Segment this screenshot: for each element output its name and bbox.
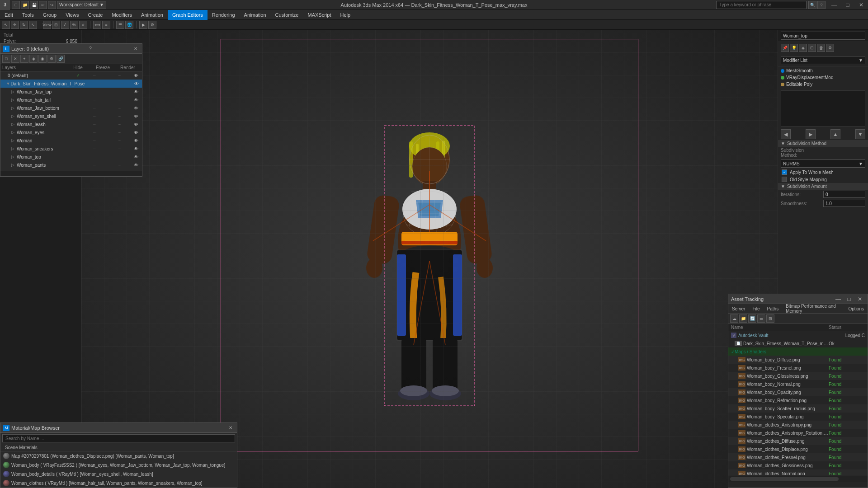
asset-tool-2[interactable]: 📁 bbox=[739, 314, 747, 323]
modifier-list-dropdown[interactable]: Modifier List ▼ bbox=[781, 56, 865, 64]
align-tool[interactable]: ≡ bbox=[102, 21, 110, 29]
menu-customize[interactable]: Customize bbox=[271, 10, 303, 20]
configure-modifier[interactable]: ⚙ bbox=[826, 44, 834, 52]
menu-animation2[interactable]: Animation bbox=[240, 10, 271, 20]
modifier-active-toggle[interactable]: 💡 bbox=[790, 44, 798, 52]
layer-hierarchy[interactable]: 🔗 bbox=[57, 55, 65, 63]
snap-toggle[interactable]: ⊞ bbox=[52, 21, 60, 29]
asset-item-4[interactable]: IMG Woman_body_Opacity.png Found bbox=[728, 388, 868, 396]
workspace-selector[interactable]: Workspace: Default ▼ bbox=[57, 1, 106, 9]
asset-maximize[interactable]: □ bbox=[844, 295, 854, 303]
subdivision-method-dropdown[interactable]: NURMS ▼ bbox=[781, 160, 865, 168]
layer-manager[interactable]: ☰ bbox=[116, 21, 124, 29]
reference-system[interactable]: View bbox=[43, 21, 51, 29]
menu-edit[interactable]: Edit bbox=[0, 10, 18, 20]
search-icon[interactable]: 🔍 bbox=[808, 1, 816, 9]
asset-item-2[interactable]: IMG Woman_body_Glossiness.png Found bbox=[728, 372, 868, 380]
help-icon[interactable]: ? bbox=[817, 1, 826, 9]
old-style-mapping-checkbox[interactable] bbox=[782, 177, 787, 182]
make-unique-button[interactable]: ⊡ bbox=[808, 44, 816, 52]
redo-button[interactable]: ↪ bbox=[48, 1, 56, 9]
layers-close-button[interactable]: ✕ bbox=[132, 45, 139, 52]
menu-group[interactable]: Group bbox=[38, 10, 61, 20]
mirror-tool[interactable]: ⟺ bbox=[93, 21, 101, 29]
percent-snap[interactable]: % bbox=[70, 21, 78, 29]
material-search-input[interactable] bbox=[2, 434, 235, 442]
layer-item-0[interactable]: 0 (default) ✓ ··· ··· 👁 bbox=[0, 71, 142, 80]
remove-modifier-button[interactable]: 🗑 bbox=[817, 44, 825, 52]
layer-item-6[interactable]: ▷ Woman_leash ··· ··· 👁 bbox=[0, 120, 142, 128]
asset-item-8[interactable]: IMG Woman_clothes_Anisotropy.png Found bbox=[728, 421, 868, 429]
spinner-snap[interactable]: # bbox=[79, 21, 87, 29]
layer-item-12[interactable]: ▷ Woman_tongue ··· ··· 👁 bbox=[0, 169, 142, 171]
nav-left-button[interactable]: ◀ bbox=[781, 129, 791, 139]
undo-button[interactable]: ↩ bbox=[39, 1, 47, 9]
pin-stack-button[interactable]: 📌 bbox=[781, 44, 789, 52]
menu-modifiers[interactable]: Modifiers bbox=[107, 10, 137, 20]
asset-menu-paths[interactable]: Paths bbox=[764, 304, 783, 313]
asset-menu-server[interactable]: Server bbox=[728, 304, 749, 313]
asset-item-0[interactable]: IMG Woman_body_Diffuse.png Found bbox=[728, 356, 868, 364]
apply-whole-mesh-checkbox[interactable]: ✓ bbox=[782, 169, 787, 175]
layer-item-9[interactable]: ▷ Woman_sneakers ··· ··· 👁 bbox=[0, 145, 142, 153]
new-layer-button[interactable]: □ bbox=[2, 55, 10, 63]
layer-item-8[interactable]: ▷ Woman ··· ··· 👁 bbox=[0, 136, 142, 145]
nav-down-button[interactable]: ▼ bbox=[855, 129, 865, 139]
select-objects-layer[interactable]: ◉ bbox=[38, 55, 47, 63]
layer-item-10[interactable]: ▷ Woman_top ··· ··· 👁 bbox=[0, 153, 142, 161]
menu-help[interactable]: Help bbox=[335, 10, 355, 20]
viewport[interactable]: [+] [Perspective] [Shaded + Edged Faces] bbox=[81, 30, 778, 488]
layer-item-2[interactable]: ▷ Woman_Jaw_top ··· ··· 👁 bbox=[0, 88, 142, 96]
layer-item-4[interactable]: ▷ Woman_Jaw_bottom ··· ··· 👁 bbox=[0, 104, 142, 112]
save-button[interactable]: 💾 bbox=[30, 1, 38, 9]
object-name-input[interactable] bbox=[781, 32, 865, 40]
material-item-0[interactable]: Map #2070297801 (Woman_clothes_Displace.… bbox=[0, 451, 237, 460]
nav-right-button[interactable]: ▶ bbox=[806, 129, 816, 139]
asset-minimize[interactable]: — bbox=[833, 295, 843, 303]
asset-item-11[interactable]: IMG Woman_clothes_Displace.png Found bbox=[728, 445, 868, 453]
material-item-2[interactable]: Woman_body_details ( VRayMtl ) [Woman_ey… bbox=[0, 469, 237, 479]
asset-menu-bitmap[interactable]: Bitmap Performance and Memory bbox=[782, 304, 844, 313]
asset-item-7[interactable]: IMG Woman_body_Specular.png Found bbox=[728, 413, 868, 421]
render-settings[interactable]: ⚙ bbox=[148, 21, 156, 29]
menu-create[interactable]: Create bbox=[83, 10, 107, 20]
layer-item-5[interactable]: ▷ Woman_eyes_shell ··· ··· 👁 bbox=[0, 112, 142, 120]
asset-tool-5[interactable]: ⊞ bbox=[766, 314, 774, 323]
minimize-button[interactable]: — bbox=[827, 0, 841, 10]
asset-vault-root[interactable]: V Autodesk Vault Logged C bbox=[728, 331, 868, 339]
menu-rendering[interactable]: Rendering bbox=[208, 10, 240, 20]
menu-tools[interactable]: Tools bbox=[18, 10, 38, 20]
modifier-meshsmooth[interactable]: MeshSmooth bbox=[781, 67, 865, 74]
asset-item-13[interactable]: IMG Woman_clothes_Glossiness.png Found bbox=[728, 461, 868, 469]
show-final-result[interactable]: ◈ bbox=[799, 44, 807, 52]
layer-item-7[interactable]: ▷ Woman_eyes ··· ··· 👁 bbox=[0, 128, 142, 136]
asset-item-14[interactable]: IMG Woman_clothes_Normal.png Found bbox=[728, 469, 868, 475]
menu-maxscript[interactable]: MAXScript bbox=[303, 10, 336, 20]
delete-layer-button[interactable]: ✕ bbox=[11, 55, 19, 63]
move-tool[interactable]: ✛ bbox=[11, 21, 19, 29]
modifier-editable-poly[interactable]: Editable Poly bbox=[781, 81, 865, 88]
asset-menu-file[interactable]: File bbox=[749, 304, 763, 313]
render-button[interactable]: ▶ bbox=[139, 21, 147, 29]
menu-animation[interactable]: Animation bbox=[137, 10, 168, 20]
asset-tool-3[interactable]: 🔄 bbox=[748, 314, 756, 323]
asset-item-10[interactable]: IMG Woman_clothes_Diffuse.png Found bbox=[728, 437, 868, 445]
select-tool[interactable]: ↖ bbox=[2, 21, 10, 29]
asset-item-3[interactable]: IMG Woman_body_Normal.png Found bbox=[728, 380, 868, 388]
asset-scrollbar[interactable] bbox=[728, 475, 868, 482]
material-close-button[interactable]: ✕ bbox=[227, 424, 234, 432]
iterations-value[interactable]: 0 bbox=[823, 191, 865, 198]
select-layer-objects[interactable]: ◈ bbox=[29, 55, 38, 63]
layers-help-button[interactable]: ? bbox=[87, 45, 94, 52]
asset-main-file[interactable]: 📄 Dark_Skin_Fitness_Woman_T_Pose_max_vra… bbox=[728, 339, 868, 347]
rotate-tool[interactable]: ↻ bbox=[20, 21, 28, 29]
asset-item-5[interactable]: IMG Woman_body_Refraction.png Found bbox=[728, 396, 868, 404]
layer-item-3[interactable]: ▷ Woman_hair_tail ··· ··· 👁 bbox=[0, 96, 142, 104]
new-button[interactable]: □ bbox=[12, 1, 20, 9]
maximize-button[interactable]: □ bbox=[841, 0, 854, 10]
layer-settings[interactable]: ⚙ bbox=[47, 55, 56, 63]
asset-menu-options[interactable]: Options bbox=[845, 304, 868, 313]
close-button[interactable]: ✕ bbox=[854, 0, 868, 10]
scale-tool[interactable]: ⤡ bbox=[29, 21, 37, 29]
angle-snap[interactable]: ∠ bbox=[61, 21, 69, 29]
